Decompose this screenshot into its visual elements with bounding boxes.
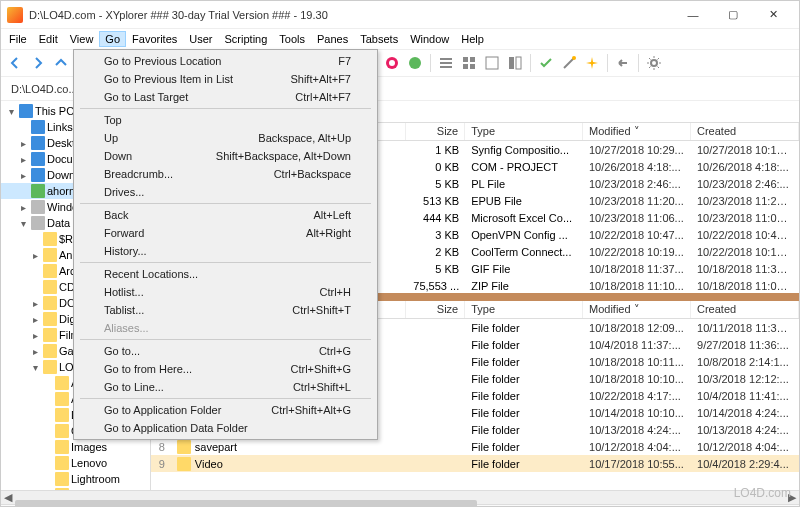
view-detail-icon[interactable] bbox=[482, 53, 502, 73]
menu-item[interactable]: Go to Last TargetCtrl+Alt+F7 bbox=[76, 88, 375, 106]
expand-icon[interactable]: ▸ bbox=[17, 138, 29, 149]
cell-created: 10/26/2018 4:18:... bbox=[691, 160, 799, 174]
column-header[interactable]: Modified ˅ bbox=[583, 301, 691, 318]
folder-row[interactable]: 8savepartFile folder10/12/2018 4:04:...1… bbox=[151, 438, 799, 455]
menu-item[interactable]: DownShift+Backspace, Alt+Down bbox=[76, 147, 375, 165]
horizontal-scrollbar[interactable]: ◀ ▶ bbox=[1, 490, 799, 504]
menu-item[interactable]: Go to Line...Ctrl+Shift+L bbox=[76, 378, 375, 396]
cell-created: 9/27/2018 11:36:... bbox=[691, 338, 799, 352]
minimize-button[interactable]: — bbox=[673, 1, 713, 29]
forward-button[interactable] bbox=[28, 53, 48, 73]
menu-item[interactable]: Tablist...Ctrl+Shift+T bbox=[76, 301, 375, 319]
tree-item[interactable]: Lenovo bbox=[1, 455, 150, 471]
menu-item[interactable]: UpBackspace, Alt+Up bbox=[76, 129, 375, 147]
column-header[interactable]: Type bbox=[465, 123, 583, 140]
svg-point-25 bbox=[651, 60, 657, 66]
expand-icon[interactable]: ▾ bbox=[29, 362, 41, 373]
view-grid-icon[interactable] bbox=[459, 53, 479, 73]
expand-icon[interactable]: ▸ bbox=[17, 202, 29, 213]
expand-icon[interactable]: ▸ bbox=[29, 250, 41, 261]
menu-label: Recent Locations... bbox=[104, 268, 198, 280]
separator bbox=[607, 54, 608, 72]
menu-window[interactable]: Window bbox=[404, 31, 455, 47]
menu-item[interactable]: Go to Previous LocationF7 bbox=[76, 52, 375, 70]
expand-icon[interactable]: ▾ bbox=[5, 106, 17, 117]
sparkle-icon[interactable] bbox=[582, 53, 602, 73]
menu-item[interactable]: Go to Application FolderCtrl+Shift+Alt+G bbox=[76, 401, 375, 419]
menu-item[interactable]: Go to...Ctrl+G bbox=[76, 342, 375, 360]
gear-icon[interactable] bbox=[644, 53, 664, 73]
menu-tools[interactable]: Tools bbox=[273, 31, 311, 47]
column-header[interactable]: Size bbox=[406, 123, 465, 140]
cell-num: 9 bbox=[151, 457, 171, 471]
folder-icon bbox=[55, 392, 69, 406]
menu-edit[interactable]: Edit bbox=[33, 31, 64, 47]
menu-item[interactable]: History... bbox=[76, 242, 375, 260]
app-icon bbox=[7, 7, 23, 23]
menu-tabsets[interactable]: Tabsets bbox=[354, 31, 404, 47]
menu-item[interactable]: Top bbox=[76, 111, 375, 129]
menu-view[interactable]: View bbox=[64, 31, 100, 47]
menu-item[interactable]: Go to Application Data Folder bbox=[76, 419, 375, 437]
menu-scripting[interactable]: Scripting bbox=[219, 31, 274, 47]
menu-separator bbox=[80, 398, 371, 399]
expand-icon[interactable]: ▸ bbox=[29, 298, 41, 309]
preview-icon[interactable] bbox=[505, 53, 525, 73]
cell-modified: 10/18/2018 12:09... bbox=[583, 321, 691, 335]
tree-icon[interactable] bbox=[405, 53, 425, 73]
menu-item[interactable]: Breadcrumb...Ctrl+Backspace bbox=[76, 165, 375, 183]
menu-user[interactable]: User bbox=[183, 31, 218, 47]
expand-icon[interactable]: ▸ bbox=[29, 314, 41, 325]
menu-item[interactable]: Go to Previous Item in ListShift+Alt+F7 bbox=[76, 70, 375, 88]
check-icon[interactable] bbox=[536, 53, 556, 73]
cell-modified: 10/13/2018 4:24:... bbox=[583, 423, 691, 437]
close-button[interactable]: ✕ bbox=[753, 1, 793, 29]
svg-point-23 bbox=[572, 56, 576, 60]
menu-item[interactable]: Recent Locations... bbox=[76, 265, 375, 283]
expand-icon[interactable]: ▸ bbox=[17, 170, 29, 181]
tree-label: Links bbox=[47, 121, 73, 133]
expand-icon[interactable]: ▸ bbox=[29, 330, 41, 341]
wand-icon[interactable] bbox=[559, 53, 579, 73]
maximize-button[interactable]: ▢ bbox=[713, 1, 753, 29]
folder-row[interactable]: 9VideoFile folder10/17/2018 10:55...10/4… bbox=[151, 455, 799, 472]
menubar: FileEditViewGoFavoritesUserScriptingTool… bbox=[1, 29, 799, 49]
menu-favorites[interactable]: Favorites bbox=[126, 31, 183, 47]
menu-item[interactable]: Go to from Here...Ctrl+Shift+G bbox=[76, 360, 375, 378]
expand-icon[interactable]: ▸ bbox=[29, 346, 41, 357]
menu-item[interactable]: Hotlist...Ctrl+H bbox=[76, 283, 375, 301]
view-list-icon[interactable] bbox=[436, 53, 456, 73]
expand-icon[interactable]: ▾ bbox=[17, 218, 29, 229]
menu-help[interactable]: Help bbox=[455, 31, 490, 47]
menu-label: Go to Previous Item in List bbox=[104, 73, 233, 85]
menu-go[interactable]: Go bbox=[99, 31, 126, 47]
menu-label: Up bbox=[104, 132, 118, 144]
scroll-thumb[interactable] bbox=[15, 500, 477, 508]
cell-size: 1 KB bbox=[406, 143, 465, 157]
target-icon[interactable] bbox=[382, 53, 402, 73]
column-header[interactable]: Modified ˅ bbox=[583, 123, 691, 140]
menu-shortcut: Shift+Backspace, Alt+Down bbox=[216, 150, 351, 162]
tree-item[interactable]: Lightroom bbox=[1, 471, 150, 487]
back-button[interactable] bbox=[5, 53, 25, 73]
menu-item[interactable]: BackAlt+Left bbox=[76, 206, 375, 224]
up-button[interactable] bbox=[51, 53, 71, 73]
folder-icon bbox=[43, 232, 57, 246]
tree-item[interactable]: Images bbox=[1, 439, 150, 455]
menu-item[interactable]: ForwardAlt+Right bbox=[76, 224, 375, 242]
go-menu-dropdown: Go to Previous LocationF7Go to Previous … bbox=[73, 49, 378, 440]
column-header[interactable]: Created bbox=[691, 301, 799, 318]
column-header[interactable]: Created bbox=[691, 123, 799, 140]
menu-panes[interactable]: Panes bbox=[311, 31, 354, 47]
expand-icon[interactable]: ▸ bbox=[17, 154, 29, 165]
menu-item[interactable]: Drives... bbox=[76, 183, 375, 201]
column-header[interactable]: Type bbox=[465, 301, 583, 318]
cell-created: 10/13/2018 4:24:... bbox=[691, 423, 799, 437]
scroll-left-icon[interactable]: ◀ bbox=[1, 491, 15, 505]
column-header[interactable]: Size bbox=[406, 301, 465, 318]
scroll-right-icon[interactable]: ▶ bbox=[785, 491, 799, 505]
tree-item[interactable]: savepart bbox=[1, 487, 150, 490]
menu-shortcut: Ctrl+Alt+F7 bbox=[295, 91, 351, 103]
arrow-left-icon[interactable] bbox=[613, 53, 633, 73]
menu-file[interactable]: File bbox=[3, 31, 33, 47]
